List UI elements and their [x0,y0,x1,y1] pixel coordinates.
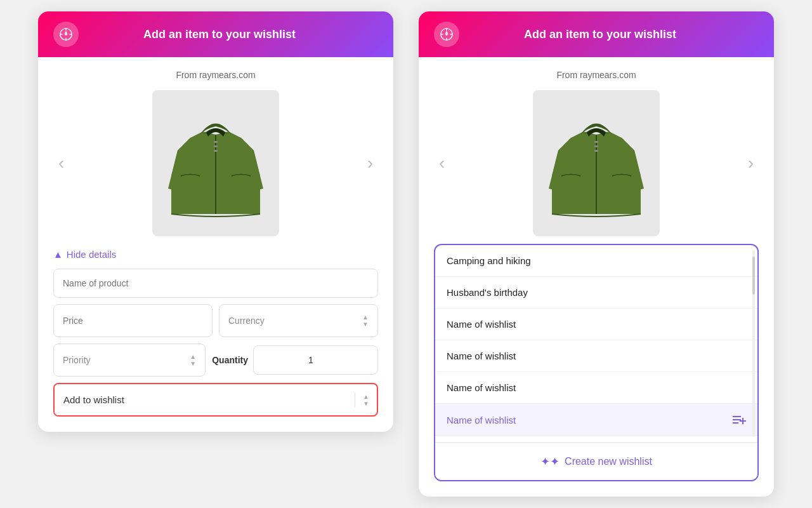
left-header: Add an item to your wishlist [38,11,393,57]
jacket-svg-left [165,100,266,227]
hide-details-button[interactable]: ▲ Hide details [53,249,116,260]
svg-rect-19 [594,141,598,143]
wishlist-item-0[interactable]: Camping and hiking [435,245,757,277]
hide-details-label: Hide details [67,249,116,260]
right-prev-arrow[interactable]: ‹ [434,148,450,178]
left-card-body: From raymears.com ‹ [38,57,393,432]
svg-rect-10 [214,150,218,152]
priority-label: Priority [63,355,91,365]
sparkle-icon: ✦✦ [540,455,560,469]
add-to-list-icon [732,414,746,425]
left-product-image [152,90,279,236]
left-from-label: From raymears.com [53,70,378,80]
right-product-image [533,90,660,236]
right-header-title: Add an item to your wishlist [467,28,733,41]
left-card: Add an item to your wishlist From raymea… [38,11,393,432]
scrollbar-thumb [752,257,755,295]
left-image-container: ‹ [53,90,378,236]
create-wishlist-divider: ✦✦ Create new wishlist [435,442,757,480]
wishlist-select-arrows[interactable]: ▲▼ [355,393,377,407]
product-name-group [53,269,378,298]
wishlist-item-3[interactable]: Name of wishlist [435,340,757,372]
currency-select[interactable]: Currency ▲▼ [219,304,378,337]
currency-arrows: ▲▼ [362,314,369,328]
right-next-arrow[interactable]: › [743,148,759,178]
compass-icon [59,27,73,41]
add-wishlist-row[interactable]: Add to wishlist ▲▼ [53,383,378,417]
wishlist-item-1[interactable]: Husband's birthday [435,277,757,309]
svg-rect-20 [594,145,598,147]
scrollbar-track [752,250,755,437]
svg-rect-21 [594,150,598,152]
quantity-input[interactable] [253,345,378,375]
svg-rect-9 [214,145,218,147]
wishlist-dropdown-list: Camping and hiking Husband's birthday Na… [434,244,759,481]
price-input[interactable] [53,304,213,337]
jacket-svg-right [546,100,647,227]
wishlist-item-4[interactable]: Name of wishlist [435,372,757,404]
left-header-icon [53,22,79,47]
wishlist-item-6[interactable]: Name of wishlist [435,436,757,442]
currency-label: Currency [228,316,265,326]
left-next-arrow[interactable]: › [362,148,378,178]
right-image-container: ‹ [434,90,759,236]
left-prev-arrow[interactable]: ‹ [53,148,69,178]
left-header-title: Add an item to your wishlist [86,28,353,41]
right-header: Add an item to your wishlist [419,11,774,57]
priority-select[interactable]: Priority ▲▼ [53,344,206,377]
create-wishlist-label: Create new wishlist [565,456,652,467]
quantity-label: Quantity [212,355,248,365]
right-header-icon [434,22,459,47]
right-card: Add an item to your wishlist From raymea… [419,11,774,497]
wishlist-item-5[interactable]: Name of wishlist [435,404,757,436]
chevron-up-icon: ▲ [53,249,63,260]
priority-qty-row: Priority ▲▼ Quantity [53,344,378,377]
right-card-body: From raymears.com ‹ [419,57,774,497]
svg-rect-8 [214,141,218,143]
right-compass-icon [440,27,454,41]
wishlist-dropdown: Camping and hiking Husband's birthday Na… [434,244,759,481]
product-name-input[interactable] [53,269,378,298]
quantity-group: Quantity [212,344,378,377]
priority-arrows: ▲▼ [190,353,196,367]
right-from-label: From raymears.com [434,70,759,80]
wishlist-item-2[interactable]: Name of wishlist [435,309,757,340]
price-currency-row: Currency ▲▼ [53,304,378,337]
add-to-wishlist-button[interactable]: Add to wishlist [55,384,355,415]
create-wishlist-button[interactable]: ✦✦ Create new wishlist [435,443,757,480]
